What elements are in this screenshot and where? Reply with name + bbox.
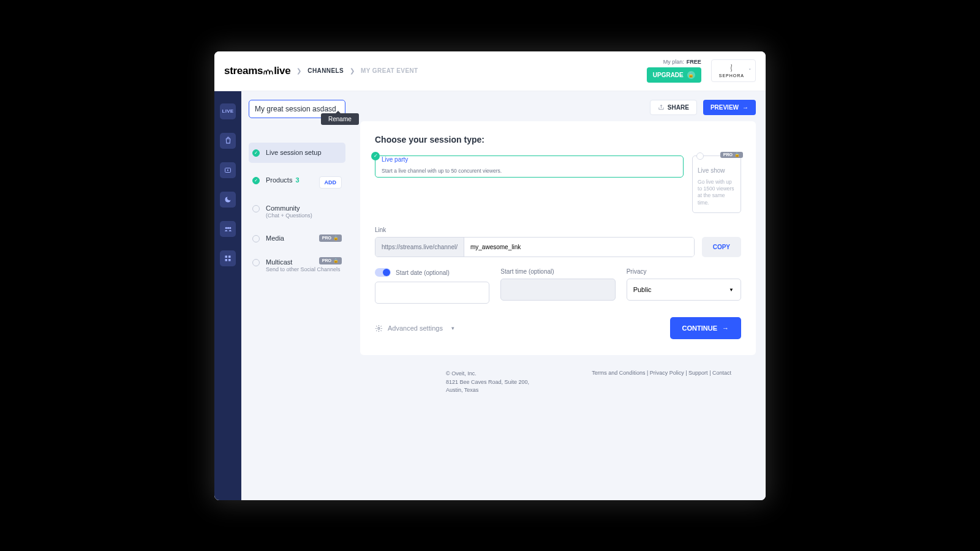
action-row: SHARE PREVIEW→ bbox=[360, 100, 756, 115]
chevron-right-icon: ❯ bbox=[296, 67, 301, 74]
privacy-field: Privacy Public bbox=[627, 268, 741, 304]
session-types: ✓ Live party Start a live channel with u… bbox=[375, 156, 741, 214]
add-product-button[interactable]: ADD bbox=[319, 176, 342, 189]
step-dot-icon bbox=[252, 205, 260, 212]
wave-icon bbox=[263, 67, 273, 75]
privacy-select[interactable]: Public bbox=[627, 279, 741, 301]
logo-text-a: streams bbox=[224, 65, 263, 77]
rail-bag-icon[interactable] bbox=[220, 133, 236, 149]
step-multicast[interactable]: MulticastSend to other Social Channels P… bbox=[249, 256, 345, 275]
check-icon: ✓ bbox=[252, 149, 260, 157]
start-time-label: Start time (optional) bbox=[500, 268, 615, 275]
step-dot-icon bbox=[252, 235, 260, 242]
account-menu[interactable]: SEPHORA bbox=[711, 59, 756, 82]
step-dot-icon bbox=[252, 259, 260, 266]
type-desc: Go live with up to 1500 viewers at the s… bbox=[698, 179, 736, 207]
rail-play-icon[interactable] bbox=[220, 162, 236, 178]
footer-contact[interactable]: Contact bbox=[712, 370, 731, 376]
start-time-input bbox=[500, 279, 615, 301]
step-label: Community(Chat + Questions) bbox=[266, 204, 312, 219]
body: LIVE Rename ✓ Live session setup ✓ Produ… bbox=[214, 91, 766, 500]
lock-icon: 🔒 bbox=[333, 236, 339, 241]
svg-point-8 bbox=[378, 328, 380, 329]
rename-tooltip: Rename bbox=[321, 113, 359, 125]
breadcrumb-current: MY GREAT EVENT bbox=[361, 67, 418, 74]
pro-badge: PRO🔒 bbox=[319, 234, 342, 242]
continue-button[interactable]: CONTINUE→ bbox=[670, 317, 741, 339]
copy-button[interactable]: COPY bbox=[702, 237, 741, 257]
step-label: Live session setup bbox=[266, 149, 322, 156]
pro-badge: PRO🔒 bbox=[720, 152, 743, 158]
plan-label: My plan:FREE bbox=[663, 59, 701, 65]
lock-icon: 🔒 bbox=[734, 152, 740, 157]
rail-live[interactable]: LIVE bbox=[220, 103, 236, 119]
check-icon: ✓ bbox=[252, 177, 260, 184]
footer-terms[interactable]: Terms and Conditions bbox=[592, 370, 645, 376]
link-input[interactable] bbox=[464, 238, 694, 257]
footer: © Oveit, Inc. 8121 Bee Caves Road, Suite… bbox=[360, 355, 756, 444]
app-window: streams live ❯ CHANNELS ❯ MY GREAT EVENT… bbox=[214, 51, 766, 500]
upgrade-button[interactable]: UPGRADE🔒 bbox=[647, 67, 701, 83]
arrow-right-icon: → bbox=[722, 324, 729, 332]
main-area: SHARE PREVIEW→ Choose your session type:… bbox=[350, 91, 766, 500]
step-live-setup[interactable]: ✓ Live session setup bbox=[249, 143, 345, 163]
type-title: Live show bbox=[698, 167, 736, 174]
type-title: Live party bbox=[382, 156, 677, 163]
step-label: Products 3 bbox=[266, 176, 300, 184]
advanced-settings-toggle[interactable]: Advanced settings ▾ bbox=[375, 324, 454, 332]
logo-text-b: live bbox=[274, 65, 290, 77]
lock-icon: 🔒 bbox=[333, 258, 339, 263]
header: streams live ❯ CHANNELS ❯ MY GREAT EVENT… bbox=[214, 51, 766, 91]
arrow-right-icon: → bbox=[742, 104, 748, 111]
svg-rect-5 bbox=[228, 255, 231, 258]
footer-address: © Oveit, Inc. 8121 Bee Caves Road, Suite… bbox=[446, 370, 529, 395]
chevron-right-icon: ❯ bbox=[350, 67, 355, 74]
link-field: Link https://streams.live/channel/ COPY bbox=[375, 227, 741, 257]
account-name: SEPHORA bbox=[719, 73, 744, 78]
date-row: Start date (optional) Start time (option… bbox=[375, 268, 741, 304]
link-label: Link bbox=[375, 227, 741, 233]
start-date-label: Start date (optional) bbox=[396, 269, 450, 276]
link-prefix: https://streams.live/channel/ bbox=[375, 238, 464, 257]
link-input-group: https://streams.live/channel/ bbox=[375, 237, 695, 257]
check-icon: ✓ bbox=[371, 152, 380, 160]
rail-grid-icon[interactable] bbox=[220, 250, 236, 266]
upgrade-icon: 🔒 bbox=[687, 71, 695, 79]
breadcrumb-channels[interactable]: CHANNELS bbox=[307, 67, 344, 74]
start-date-input[interactable] bbox=[375, 282, 489, 304]
brand-icon bbox=[727, 64, 736, 72]
card-footer: Advanced settings ▾ CONTINUE→ bbox=[375, 317, 741, 339]
type-live-party[interactable]: ✓ Live party Start a live channel with u… bbox=[375, 156, 684, 178]
footer-privacy[interactable]: Privacy Policy bbox=[650, 370, 684, 376]
footer-support[interactable]: Support bbox=[688, 370, 708, 376]
side-rail: LIVE bbox=[214, 91, 241, 500]
card-title: Choose your session type: bbox=[375, 135, 741, 144]
step-label: Media bbox=[266, 234, 284, 242]
svg-rect-7 bbox=[228, 259, 231, 261]
svg-point-2 bbox=[229, 227, 231, 228]
preview-button[interactable]: PREVIEW→ bbox=[703, 100, 756, 115]
session-card: Choose your session type: ✓ Live party S… bbox=[360, 121, 756, 356]
radio-dot-icon bbox=[696, 152, 704, 160]
start-time-field: Start time (optional) bbox=[500, 268, 615, 304]
share-icon bbox=[658, 104, 665, 111]
rail-moon-icon[interactable] bbox=[220, 192, 236, 208]
step-community[interactable]: Community(Chat + Questions) bbox=[249, 202, 345, 221]
logo[interactable]: streams live bbox=[224, 65, 290, 77]
svg-rect-6 bbox=[225, 259, 228, 261]
chevron-down-icon: ▾ bbox=[451, 325, 454, 331]
share-button[interactable]: SHARE bbox=[650, 100, 697, 115]
start-date-field: Start date (optional) bbox=[375, 268, 489, 304]
rail-people-icon[interactable] bbox=[220, 221, 236, 237]
svg-point-1 bbox=[225, 227, 227, 228]
svg-point-3 bbox=[227, 227, 228, 228]
steps-sidebar: Rename ✓ Live session setup ✓ Products 3… bbox=[241, 91, 350, 500]
type-desc: Start a live channel with up to 50 concu… bbox=[382, 168, 677, 174]
step-media[interactable]: Media PRO🔒 bbox=[249, 232, 345, 245]
start-date-toggle[interactable] bbox=[375, 268, 391, 277]
step-products[interactable]: ✓ Products 3 ADD bbox=[249, 174, 345, 191]
gear-icon bbox=[375, 324, 383, 332]
plan-block: My plan:FREE UPGRADE🔒 bbox=[647, 59, 701, 83]
type-live-show[interactable]: PRO🔒 Live show Go live with up to 1500 v… bbox=[692, 156, 741, 214]
pro-badge: PRO🔒 bbox=[319, 257, 342, 264]
